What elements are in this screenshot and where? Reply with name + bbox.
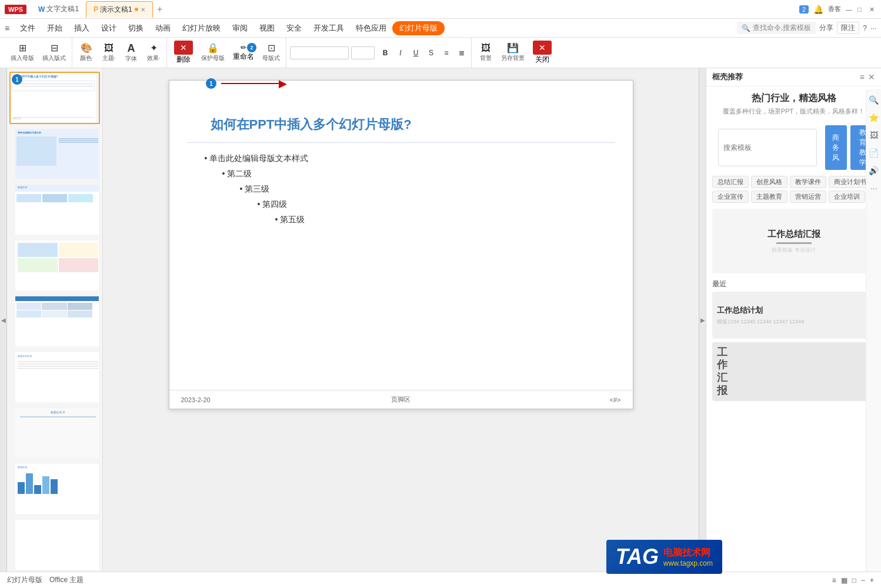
slide-thumb-9[interactable] bbox=[14, 519, 100, 571]
menu-animation[interactable]: 动画 bbox=[149, 21, 176, 36]
menu-insert[interactable]: 插入 bbox=[68, 21, 95, 36]
menu-slidemaster[interactable]: 幻灯片母版 bbox=[392, 21, 445, 35]
slide-thumb-2[interactable]: 商务洽谈解决方案分析 bbox=[14, 128, 100, 180]
side-icon-2[interactable]: ⭐ bbox=[869, 113, 879, 122]
slide-thumb-5[interactable] bbox=[14, 295, 100, 348]
tag-2[interactable]: 创意风格 bbox=[751, 176, 787, 188]
slide-thumb-7[interactable]: 标题幻灯片 bbox=[14, 407, 100, 459]
insert-master-button[interactable]: ⊞ 插入母版 bbox=[7, 42, 38, 64]
menu-review[interactable]: 审阅 bbox=[226, 21, 253, 36]
list1-button[interactable]: ≡ bbox=[439, 47, 453, 59]
menu-dev[interactable]: 开发工具 bbox=[308, 21, 350, 36]
tab-ppt1[interactable]: P 演示文稿1 ✕ bbox=[86, 1, 153, 18]
tag-6[interactable]: 主题教育 bbox=[751, 191, 787, 203]
bullet-level2: • 第二级 bbox=[193, 169, 609, 179]
font-name-input[interactable] bbox=[290, 46, 349, 59]
side-icon-4[interactable]: 📄 bbox=[869, 148, 879, 158]
tag-5[interactable]: 企业宣传 bbox=[712, 191, 749, 203]
tab-close-icon[interactable]: ✕ bbox=[141, 6, 145, 13]
side-icon-5[interactable]: 🔊 bbox=[869, 166, 879, 175]
slide-thumb-content-2: 商务洽谈解决方案分析 bbox=[15, 129, 100, 179]
share-button[interactable]: 分享 bbox=[819, 23, 833, 33]
status-grid-icon[interactable]: ▦ bbox=[841, 576, 847, 584]
status-fit-icon[interactable]: □ bbox=[852, 576, 856, 584]
tag-7[interactable]: 营销运营 bbox=[790, 191, 826, 203]
step1-annotation-badge: 1 bbox=[206, 78, 216, 89]
shadow-button[interactable]: S bbox=[424, 47, 438, 59]
slide-thumb-3[interactable]: 标题区域 bbox=[14, 183, 100, 236]
recent-item-1[interactable]: 工作总结计划 模板1234 12345 12346 12347 12348 bbox=[712, 292, 875, 339]
status-zoom-in-icon[interactable]: + bbox=[870, 576, 874, 584]
bold-button[interactable]: B bbox=[378, 47, 392, 59]
theme-bg-button[interactable]: 🖼 主题· bbox=[98, 42, 119, 64]
menu-security[interactable]: 安全 bbox=[281, 21, 308, 36]
font-button[interactable]: A 字体 bbox=[121, 41, 142, 65]
help-button[interactable]: ? bbox=[863, 24, 867, 32]
master-style-button[interactable]: ⊡ 母版式 bbox=[259, 42, 283, 64]
menu-special[interactable]: 特色应用 bbox=[350, 21, 392, 36]
menu-switch[interactable]: 切换 bbox=[122, 21, 149, 36]
slide-thumb-1[interactable]: 1 1 → 如何在PPT中插入多个幻灯片母版? 2023-2-2 bbox=[9, 72, 100, 124]
template-search-button[interactable]: 商务风 bbox=[825, 125, 847, 170]
insert-layout-button[interactable]: ⊟ 插入版式 bbox=[39, 42, 69, 64]
delete-btn-inner[interactable]: ✕ bbox=[174, 41, 193, 55]
avatar[interactable]: 香客 bbox=[828, 5, 841, 14]
menu-file[interactable]: 文件 bbox=[14, 21, 41, 36]
subscribe-button[interactable]: 限注 bbox=[837, 22, 859, 34]
left-collapse-handle[interactable]: ◀ bbox=[0, 68, 7, 572]
tag-8[interactable]: 企业培训 bbox=[829, 191, 865, 203]
notification-icon[interactable]: 🔔 bbox=[813, 5, 823, 14]
slide-thumb-inner-3: 标题区域 bbox=[14, 183, 100, 236]
background-button[interactable]: 🖼 背景 bbox=[475, 42, 496, 64]
menu-search[interactable]: 🔍 查找命令,搜索模板 bbox=[737, 22, 816, 34]
status-zoom-out-icon[interactable]: − bbox=[861, 576, 865, 584]
list2-button[interactable]: ≣ bbox=[455, 47, 469, 59]
font-size-input[interactable] bbox=[351, 46, 375, 59]
panel-close-icon[interactable]: ✕ bbox=[868, 72, 875, 82]
close-btn-inner[interactable]: ✕ bbox=[533, 41, 552, 55]
menu-slideshow[interactable]: 幻灯片放映 bbox=[176, 21, 226, 36]
tag-3[interactable]: 教学课件 bbox=[790, 176, 826, 188]
protect-master-button[interactable]: 🔒 保护母版 bbox=[198, 42, 228, 64]
panel-list-icon[interactable]: ≡ bbox=[860, 72, 865, 82]
side-icon-6[interactable]: ··· bbox=[870, 183, 877, 193]
restore-button[interactable]: □ bbox=[857, 6, 865, 13]
slide-thumb-8[interactable]: 图表区域 bbox=[14, 463, 100, 515]
side-icon-1[interactable]: 🔍 bbox=[869, 95, 879, 105]
theme-main-label: 主题· bbox=[102, 54, 116, 62]
canvas-area[interactable]: 1 ▶ 如何在PPT中插入多个幻灯片母版? • 单击此处编辑母版文本样式 • 第… bbox=[103, 68, 699, 572]
recent-item-2[interactable]: 工作汇报 bbox=[712, 342, 875, 401]
theme-color-button[interactable]: 🎨 颜色· bbox=[76, 42, 97, 64]
right-collapse-handle[interactable]: ▶ bbox=[699, 68, 706, 572]
delete-label: 删除 bbox=[176, 55, 191, 65]
status-list-icon[interactable]: ≡ bbox=[832, 576, 836, 584]
template-search-input[interactable] bbox=[718, 129, 817, 166]
underline-button[interactable]: U bbox=[409, 47, 423, 59]
slide-canvas[interactable]: 如何在PPT中插入多个幻灯片母版? • 单击此处编辑母版文本样式 • 第二级 •… bbox=[169, 80, 633, 409]
more-button[interactable]: ··· bbox=[870, 24, 876, 32]
menu-start[interactable]: 开始 bbox=[41, 21, 68, 36]
menu-view[interactable]: 视图 bbox=[253, 21, 281, 36]
menu-design[interactable]: 设计 bbox=[95, 21, 122, 36]
effect-button[interactable]: ✦ 效果· bbox=[143, 42, 164, 64]
close-master-button[interactable]: ✕ 关闭 bbox=[529, 39, 555, 66]
close-button[interactable]: ✕ bbox=[869, 6, 876, 13]
hamburger-menu[interactable]: ≡ bbox=[5, 24, 9, 33]
add-tab-button[interactable]: + bbox=[153, 2, 167, 16]
minimize-button[interactable]: — bbox=[846, 6, 853, 13]
side-icon-3[interactable]: 🖼 bbox=[870, 131, 878, 140]
slide-thumb-4[interactable] bbox=[14, 239, 100, 292]
recent-section-label: 最近 bbox=[706, 277, 881, 292]
rename-button[interactable]: 2 ✏ 重命名 bbox=[229, 42, 258, 64]
italic-button[interactable]: I bbox=[393, 47, 408, 59]
slide-thumb-6[interactable]: 标题文本区域 bbox=[14, 351, 100, 403]
slide-thumb-content-9 bbox=[15, 520, 100, 570]
watermark-line2: www.tagxp.com bbox=[663, 559, 713, 567]
thumb-title-1: 如何在PPT中插入多个幻灯片母版? bbox=[11, 73, 96, 79]
tag-1[interactable]: 总结汇报 bbox=[712, 176, 749, 188]
template-preview[interactable]: 工作总结汇报 精美模板 专业设计 bbox=[712, 209, 875, 273]
save-bg-button[interactable]: 💾 另存背景 bbox=[498, 42, 528, 64]
save-bg-label: 另存背景 bbox=[501, 54, 525, 62]
delete-button[interactable]: ✕ 删除 bbox=[171, 39, 196, 66]
tab-doc1[interactable]: W 文字文稿1 bbox=[31, 1, 86, 18]
